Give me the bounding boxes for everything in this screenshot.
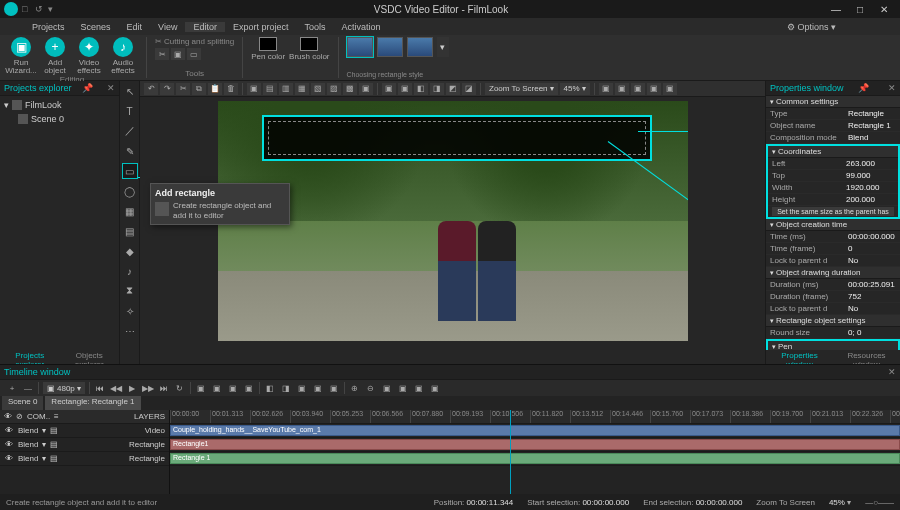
opt-c4[interactable]: ▣ [647,83,661,95]
close-panel-icon[interactable]: ✕ [107,83,115,93]
prop-durf[interactable]: 752 [848,292,896,301]
playhead[interactable] [510,410,511,494]
opt-c1[interactable]: ▣ [599,83,613,95]
video-effects-button[interactable]: ✦Video effects [74,37,104,75]
track-row-rect1[interactable]: 👁Blend▾▤Rectangle [0,438,169,452]
prop-lockd[interactable]: No [848,304,896,313]
tl-d4[interactable]: ▣ [397,382,409,394]
clip-rect1[interactable]: Rectangle1 [170,439,900,450]
pin-icon[interactable]: 📌 [82,83,93,93]
tl-remove[interactable]: — [22,382,34,394]
close-panel-icon[interactable]: ✕ [888,367,896,377]
opt-paste[interactable]: 📋 [208,83,222,95]
section-rect[interactable]: Rectangle object settings [766,315,900,327]
tl-b4[interactable]: ▣ [243,382,255,394]
timeline-tab-scene[interactable]: Scene 0 [2,396,43,410]
pen-color-button[interactable]: Pen color [251,37,285,61]
menu-scenes[interactable]: Scenes [73,22,119,32]
rect-style-more[interactable]: ▾ [437,37,449,57]
tl-fwd[interactable]: ▶▶ [142,382,154,394]
tl-loop[interactable]: ↻ [174,382,186,394]
opt-a5[interactable]: ▧ [311,83,325,95]
tool-counter[interactable]: ⧗ [122,283,138,299]
tl-b1[interactable]: ▣ [195,382,207,394]
tl-d3[interactable]: ▣ [381,382,393,394]
section-drawing[interactable]: Object drawing duration [766,267,900,279]
opt-c3[interactable]: ▣ [631,83,645,95]
status-slider[interactable]: —○—— [865,498,894,507]
tl-b2[interactable]: ▣ [211,382,223,394]
menu-editor[interactable]: Editor [185,22,225,32]
track-row-video[interactable]: 👁Blend▾▤Video [0,424,169,438]
track-rect1[interactable]: Rectangle1 [170,438,900,452]
zoom-percent-dropdown[interactable]: 45% ▾ [560,83,590,95]
preview-canvas[interactable] [140,97,765,364]
rectangle-style-gallery[interactable]: ▾ [347,37,449,57]
menu-edit[interactable]: Edit [119,22,151,32]
opt-c5[interactable]: ▣ [663,83,677,95]
track-rect2[interactable]: Rectangle 1 [170,452,900,466]
prop-lockc[interactable]: No [848,256,896,265]
eye-icon[interactable]: 👁 [4,412,12,421]
add-object-button[interactable]: +Add object [40,37,70,75]
opt-a8[interactable]: ▣ [359,83,373,95]
opt-a2[interactable]: ▤ [263,83,277,95]
opt-undo[interactable]: ↶ [144,83,158,95]
tool-cut3[interactable]: ▭ [187,48,201,60]
tree-scene-node[interactable]: Scene 0 [4,112,115,126]
prop-round[interactable]: 0; 0 [848,328,896,337]
track-row-rect2[interactable]: 👁Blend▾▤Rectangle [0,452,169,466]
tl-add[interactable]: + [6,382,18,394]
opt-a1[interactable]: ▣ [247,83,261,95]
opt-a7[interactable]: ▩ [343,83,357,95]
opt-b2[interactable]: ▣ [398,83,412,95]
maximize-button[interactable]: □ [848,4,872,15]
clip-rect2[interactable]: Rectangle 1 [170,453,900,464]
menu-export[interactable]: Export project [225,22,297,32]
tool-sprite[interactable]: ✧ [122,303,138,319]
tool-image[interactable]: ▦ [122,203,138,219]
selected-rectangle-overlay[interactable] [262,115,652,161]
prop-timef[interactable]: 0 [848,244,896,253]
tl-d5[interactable]: ▣ [413,382,425,394]
opt-b3[interactable]: ◧ [414,83,428,95]
menu-activation[interactable]: Activation [333,22,388,32]
opt-c2[interactable]: ▣ [615,83,629,95]
titlebar-quick-icons[interactable]: □ ↺ ▾ [22,4,58,14]
opt-b1[interactable]: ▣ [382,83,396,95]
tool-chart[interactable]: ▤ [122,223,138,239]
menu-options[interactable]: ⚙ Options ▾ [779,22,844,32]
tool-text[interactable]: T [122,103,138,119]
brush-color-button[interactable]: Brush color [289,37,329,61]
tool-pointer[interactable]: ↖ [122,83,138,99]
clip-video[interactable]: Couple_holding_hands__SaveYouTube_com_1 [170,425,900,436]
prop-left[interactable]: 263.000 [846,159,894,168]
opt-a6[interactable]: ▨ [327,83,341,95]
same-size-as-parent-button[interactable]: Set the same size as the parent has [772,207,894,216]
tool-audio[interactable]: ♪ [122,263,138,279]
opt-cut[interactable]: ✂ [176,83,190,95]
opt-a3[interactable]: ▥ [279,83,293,95]
close-panel-icon[interactable]: ✕ [888,83,896,93]
rect-style-2[interactable] [377,37,403,57]
minimize-button[interactable]: — [824,4,848,15]
menu-view[interactable]: View [150,22,185,32]
tl-b3[interactable]: ▣ [227,382,239,394]
section-pen[interactable]: Pen [768,341,898,350]
opt-copy[interactable]: ⧉ [192,83,206,95]
menu-tools[interactable]: Tools [296,22,333,32]
tree-project-node[interactable]: ▾FilmLook [4,98,115,112]
tl-back[interactable]: ◀◀ [110,382,122,394]
tl-c5[interactable]: ▣ [328,382,340,394]
run-wizard-button[interactable]: ▣Run Wizard... [6,37,36,75]
prop-width[interactable]: 1920.000 [846,183,894,192]
tool-pencil[interactable]: ✎ [122,143,138,159]
tl-play[interactable]: ▶ [126,382,138,394]
tl-d6[interactable]: ▣ [429,382,441,394]
rect-style-1[interactable] [347,37,373,57]
objects-explorer-tab[interactable]: Objects explorer [60,350,120,364]
prop-dur[interactable]: 00:00:25.091 [848,280,896,289]
prop-comp[interactable]: Blend [848,133,896,142]
tool-ellipse[interactable]: ◯ [122,183,138,199]
tl-d1[interactable]: ⊕ [349,382,361,394]
